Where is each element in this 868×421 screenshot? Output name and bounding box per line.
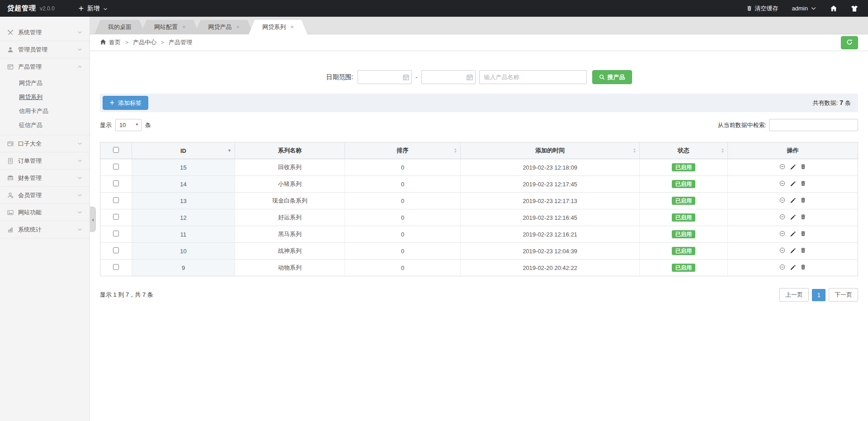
pencil-icon[interactable] xyxy=(790,231,796,237)
close-icon[interactable]: × xyxy=(290,24,294,30)
trash-icon[interactable] xyxy=(800,247,806,253)
date-range-label: 日期范围: xyxy=(326,73,353,81)
sort-icon: ▲▼ xyxy=(454,148,457,153)
sidebar-item-产品管理[interactable]: 产品管理 xyxy=(0,58,90,75)
tab-网贷系列[interactable]: 网贷系列× xyxy=(249,20,307,34)
breadcrumb-separator: > xyxy=(161,39,164,46)
trash-icon[interactable] xyxy=(800,214,806,220)
breadcrumb-item-产品管理[interactable]: 产品管理 xyxy=(169,38,192,47)
breadcrumb-item-产品中心[interactable]: 产品中心 xyxy=(133,38,156,47)
add-tag-button[interactable]: 添加标签 xyxy=(103,96,148,110)
status-badge: 已启用 xyxy=(672,264,695,272)
minus-circle-icon[interactable] xyxy=(779,264,785,270)
product-name-input[interactable] xyxy=(479,70,587,84)
sidebar-item-会员管理[interactable]: 会员管理 xyxy=(0,187,90,203)
user-menu[interactable]: admin xyxy=(792,5,816,12)
row-checkbox[interactable] xyxy=(113,164,119,170)
sidebar-item-label: 财务管理 xyxy=(18,174,42,182)
sidebar-subitem-网贷系列[interactable]: 网贷系列 xyxy=(0,90,90,104)
minus-circle-icon[interactable] xyxy=(779,164,785,170)
minus-circle-icon[interactable] xyxy=(779,214,785,220)
sidebar-subitem-征信产品[interactable]: 征信产品 xyxy=(0,118,90,132)
cell-id: 13 xyxy=(132,193,235,209)
chevron-down-icon xyxy=(77,158,82,163)
sidebar-item-label: 网站功能 xyxy=(18,208,42,217)
trash-icon[interactable] xyxy=(800,180,806,186)
cell-id: 14 xyxy=(132,176,235,193)
tab-label: 网站配置 xyxy=(154,24,178,30)
cell-select xyxy=(100,193,132,209)
brand-logo[interactable]: 贷超管理 xyxy=(7,4,36,13)
new-menu[interactable]: 新增 xyxy=(78,5,108,13)
sidebar-item-label: 系统统计 xyxy=(18,226,42,234)
trash-icon[interactable] xyxy=(800,164,806,170)
close-icon[interactable]: × xyxy=(182,24,186,30)
row-checkbox[interactable] xyxy=(113,214,119,220)
tab-我的桌面[interactable]: 我的桌面 xyxy=(94,20,145,34)
tab-网贷产品[interactable]: 网贷产品× xyxy=(195,20,254,34)
minus-circle-icon[interactable] xyxy=(779,231,785,237)
select-all-checkbox[interactable] xyxy=(113,147,119,153)
plus-icon xyxy=(78,5,84,12)
close-icon[interactable]: × xyxy=(236,24,240,30)
order-icon xyxy=(7,158,14,164)
pencil-icon[interactable] xyxy=(790,180,796,186)
row-checkbox[interactable] xyxy=(113,180,119,186)
column-label: 状态 xyxy=(678,147,689,154)
minus-circle-icon[interactable] xyxy=(779,180,785,186)
theme-button[interactable] xyxy=(851,5,858,12)
page-1-button[interactable]: 1 xyxy=(812,289,826,301)
filter-input[interactable] xyxy=(769,119,858,131)
sidebar-collapse-handle[interactable] xyxy=(90,207,96,232)
tab-label: 网贷系列 xyxy=(262,24,286,30)
sidebar-item-财务管理[interactable]: 财务管理 xyxy=(0,170,90,186)
row-checkbox[interactable] xyxy=(113,247,119,253)
sidebar-item-口子大全[interactable]: 口子大全 xyxy=(0,135,90,152)
prev-page-button[interactable]: 上一页 xyxy=(779,288,809,302)
pencil-icon[interactable] xyxy=(790,197,796,203)
column-header-排序[interactable]: 排序▲▼ xyxy=(345,142,461,159)
search-product-button[interactable]: 搜产品 xyxy=(592,70,632,84)
next-page-button[interactable]: 下一页 xyxy=(829,288,858,302)
trash-icon[interactable] xyxy=(800,231,806,237)
trash-icon[interactable] xyxy=(800,264,806,270)
minus-circle-icon[interactable] xyxy=(779,247,785,253)
column-header-ID[interactable]: ID▼ xyxy=(132,142,235,159)
pencil-icon[interactable] xyxy=(790,214,796,220)
cell-series-name: 战神系列 xyxy=(235,243,345,260)
date-to-input[interactable] xyxy=(421,70,476,84)
pencil-icon[interactable] xyxy=(790,264,796,270)
cell-id: 9 xyxy=(132,260,235,276)
column-header-添加的时间[interactable]: 添加的时间▲▼ xyxy=(461,142,640,159)
home-button[interactable] xyxy=(830,5,837,12)
pencil-icon[interactable] xyxy=(790,164,796,170)
row-checkbox[interactable] xyxy=(113,197,119,203)
tabbar: 我的桌面网站配置×网贷产品×网贷系列× xyxy=(90,17,868,34)
row-checkbox[interactable] xyxy=(113,264,119,270)
row-checkbox[interactable] xyxy=(113,231,119,237)
minus-circle-icon[interactable] xyxy=(779,197,785,203)
sidebar-item-订单管理[interactable]: 订单管理 xyxy=(0,152,90,169)
pencil-icon[interactable] xyxy=(790,247,796,253)
breadcrumb-item-首页[interactable]: 首页 xyxy=(100,38,121,47)
tab-网站配置[interactable]: 网站配置× xyxy=(141,20,199,34)
table-row: 11 黑马系列 0 2019-02-23 12:16:21 已启用 xyxy=(100,226,858,243)
refresh-button[interactable] xyxy=(841,36,858,49)
trash-icon[interactable] xyxy=(800,197,806,203)
breadcrumb-separator: > xyxy=(125,39,128,46)
sidebar-item-label: 系统管理 xyxy=(18,28,42,37)
sidebar-item-管理员管理[interactable]: 管理员管理 xyxy=(0,41,90,58)
date-from-input[interactable] xyxy=(358,70,412,84)
toolbar-band: 添加标签 共有数据:7条 xyxy=(100,94,858,112)
search-icon xyxy=(599,74,605,80)
sidebar-item-系统管理[interactable]: 系统管理 xyxy=(0,24,90,41)
column-header-状态[interactable]: 状态▲▼ xyxy=(640,142,728,159)
page-size-select[interactable]: 10 xyxy=(115,119,142,131)
finance-icon xyxy=(7,175,14,181)
sidebar-item-网站功能[interactable]: 网站功能 xyxy=(0,204,90,221)
sidebar-item-系统统计[interactable]: 系统统计 xyxy=(0,221,90,238)
sidebar-subitem-网贷产品[interactable]: 网贷产品 xyxy=(0,76,90,90)
cell-order: 0 xyxy=(345,193,461,209)
sidebar-subitem-信用卡产品[interactable]: 信用卡产品 xyxy=(0,104,90,118)
clear-cache-button[interactable]: 清空缓存 xyxy=(746,5,778,13)
